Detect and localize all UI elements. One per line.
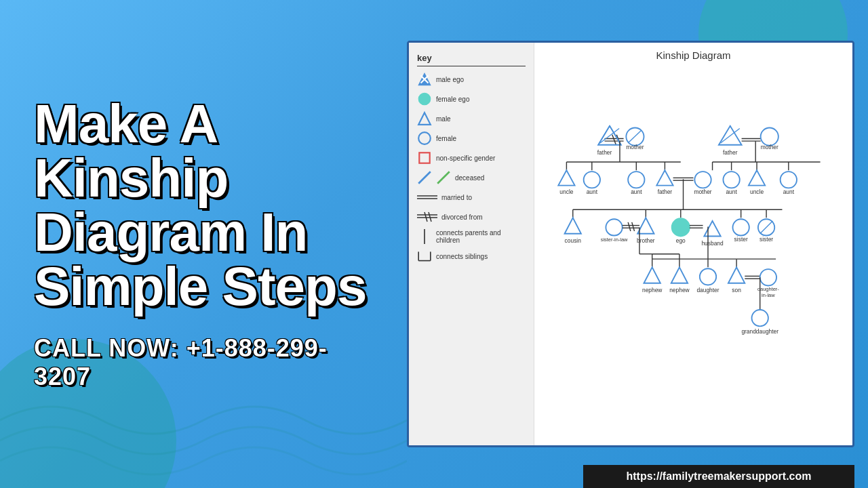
svg-line-13 xyxy=(425,212,427,222)
svg-text:ego: ego xyxy=(676,237,686,244)
svg-point-116 xyxy=(752,310,768,326)
svg-text:father: father xyxy=(723,149,738,156)
key-title: key xyxy=(417,53,526,63)
key-item-nonspecific: non-specific gender xyxy=(417,150,526,165)
call-now: CALL NOW: +1-888-299-3207 xyxy=(34,334,380,391)
svg-text:sister: sister xyxy=(734,236,748,243)
svg-text:cousin: cousin xyxy=(565,237,582,244)
key-item-female-ego: female ego xyxy=(417,92,526,106)
key-item-deceased: deceased xyxy=(417,170,526,185)
diagram-section: Kinship Diagram father mother xyxy=(534,43,852,445)
svg-text:sister-in-law: sister-in-law xyxy=(601,237,628,243)
sibling-connect-icon xyxy=(417,249,432,264)
main-title: Make A Kinship Diagram In Simple Steps xyxy=(34,97,380,314)
svg-point-90 xyxy=(732,219,749,235)
female-ego-icon xyxy=(417,92,432,106)
svg-marker-87 xyxy=(704,221,720,236)
key-item-female: female xyxy=(417,131,526,146)
svg-text:nephew: nephew xyxy=(669,287,690,293)
svg-point-83 xyxy=(672,218,690,236)
key-label-sibling-connect: connects siblings xyxy=(436,253,488,260)
key-label-nonspecific: non-specific gender xyxy=(436,155,495,162)
svg-marker-43 xyxy=(558,170,574,185)
svg-point-35 xyxy=(761,128,778,146)
svg-point-66 xyxy=(781,171,797,188)
key-item-divorced: divorced from xyxy=(417,209,526,224)
svg-point-73 xyxy=(606,219,622,235)
svg-marker-108 xyxy=(728,267,745,283)
key-item-sibling-connect: connects siblings xyxy=(417,249,526,264)
svg-marker-52 xyxy=(656,170,673,185)
key-label-married: married to xyxy=(441,194,472,201)
svg-text:nephew: nephew xyxy=(642,287,663,293)
svg-text:husband: husband xyxy=(701,240,724,247)
svg-point-112 xyxy=(760,269,776,285)
url-bar: https://familytreemakersupport.com xyxy=(583,465,854,488)
male-icon xyxy=(417,111,432,126)
nonspecific-icon xyxy=(417,150,432,165)
parent-connect-icon xyxy=(417,229,432,244)
svg-text:aunt: aunt xyxy=(587,188,598,195)
svg-line-32 xyxy=(721,128,740,143)
svg-text:mother: mother xyxy=(694,188,711,195)
key-label-male-ego: male ego xyxy=(436,76,464,83)
female-icon xyxy=(417,131,432,146)
svg-text:daughter: daughter xyxy=(696,287,719,293)
svg-text:uncle: uncle xyxy=(559,188,573,195)
svg-text:father: father xyxy=(597,149,612,156)
svg-point-57 xyxy=(694,171,711,188)
svg-point-3 xyxy=(418,93,431,105)
svg-line-24 xyxy=(598,126,610,145)
svg-point-46 xyxy=(584,171,600,188)
key-item-male: male xyxy=(417,111,526,126)
key-label-parent-connect: connects parents and children xyxy=(436,229,526,244)
svg-line-8 xyxy=(437,171,450,184)
svg-line-14 xyxy=(429,212,431,222)
diagram-panel: key male ego female ego male xyxy=(407,41,854,447)
svg-text:aunt: aunt xyxy=(726,188,737,195)
svg-marker-63 xyxy=(749,170,765,185)
married-icon xyxy=(417,190,437,205)
svg-line-78 xyxy=(632,222,635,231)
left-panel: Make A Kinship Diagram In Simple Steps C… xyxy=(0,0,414,488)
deceased-icon-2 xyxy=(436,170,451,185)
key-label-divorced: divorced from xyxy=(441,214,483,221)
key-item-married: married to xyxy=(417,190,526,205)
svg-text:granddaughter: granddaughter xyxy=(741,328,778,335)
svg-text:son: son xyxy=(732,287,741,293)
svg-text:aunt: aunt xyxy=(783,188,795,195)
svg-line-77 xyxy=(628,222,631,231)
svg-rect-6 xyxy=(419,152,429,163)
svg-text:mother: mother xyxy=(761,144,778,150)
svg-point-105 xyxy=(700,268,716,285)
key-item-male-ego: male ego xyxy=(417,72,526,87)
deceased-icon-1 xyxy=(417,170,432,185)
key-label-female-ego: female ego xyxy=(436,96,469,103)
key-label-deceased: deceased xyxy=(455,174,484,182)
svg-line-28 xyxy=(629,130,642,142)
male-ego-icon xyxy=(417,72,432,87)
diagram-title: Kinship Diagram xyxy=(541,49,846,61)
svg-text:in-law: in-law xyxy=(762,292,775,298)
svg-text:sister: sister xyxy=(760,236,773,243)
svg-point-49 xyxy=(628,171,644,188)
svg-line-94 xyxy=(760,221,773,234)
kinship-svg: father mother father mother un xyxy=(541,66,846,435)
svg-marker-80 xyxy=(637,218,654,233)
svg-marker-71 xyxy=(565,218,581,233)
svg-text:mother: mother xyxy=(626,144,644,150)
key-label-female: female xyxy=(436,135,456,142)
divorced-icon xyxy=(417,209,437,224)
url-text: https://familytreemakersupport.com xyxy=(627,470,812,482)
key-item-parent-connect: connects parents and children xyxy=(417,229,526,244)
svg-point-5 xyxy=(418,132,431,144)
svg-line-7 xyxy=(418,171,431,184)
svg-text:uncle: uncle xyxy=(750,188,764,195)
svg-text:aunt: aunt xyxy=(631,188,642,195)
key-label-male: male xyxy=(436,115,451,123)
svg-text:daughter-: daughter- xyxy=(757,286,779,292)
svg-marker-102 xyxy=(671,267,688,283)
svg-marker-4 xyxy=(418,113,431,125)
svg-marker-99 xyxy=(644,267,660,283)
svg-text:father: father xyxy=(658,188,673,195)
